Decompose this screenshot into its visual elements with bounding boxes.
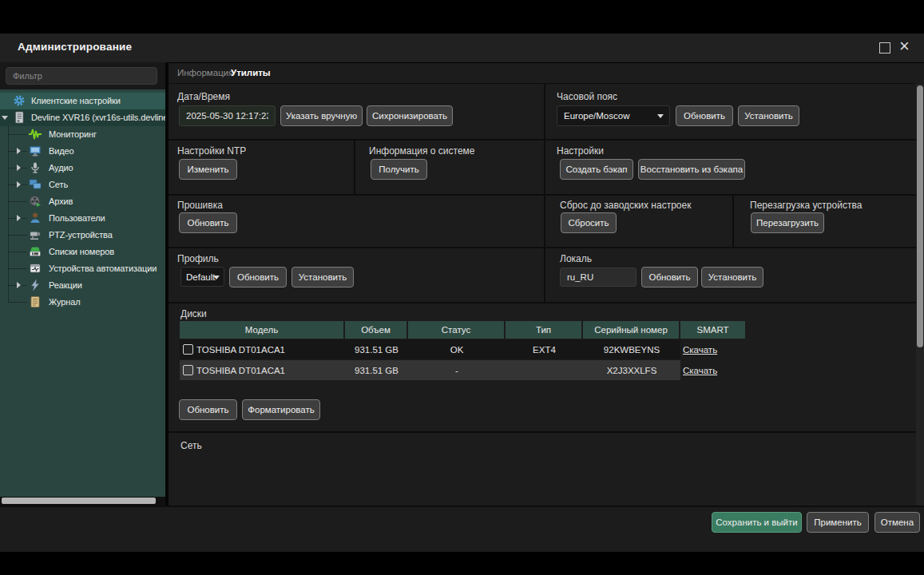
chevron-right-icon[interactable] <box>17 165 21 171</box>
tree-item-label: Архив <box>49 196 73 206</box>
monitor-icon <box>29 145 42 157</box>
tree-item-number-lists[interactable]: AC-1 Списки номеров <box>0 244 165 260</box>
type-cell <box>506 360 583 380</box>
datetime-input[interactable] <box>179 105 276 126</box>
chevron-right-icon[interactable] <box>17 215 21 221</box>
tree-item-users[interactable]: Пользователи <box>0 210 165 227</box>
footer-divider <box>0 506 924 507</box>
locale-refresh-button[interactable]: Обновить <box>641 267 698 288</box>
gear-icon <box>13 94 26 107</box>
restore-backup-button[interactable]: Восстановить из бэкапа <box>638 159 745 180</box>
section-divider <box>169 194 916 196</box>
section-divider <box>354 141 355 194</box>
model-cell: TOSHIBA DT01ACA1 <box>180 360 345 380</box>
cancel-button[interactable]: Отмена <box>874 512 920 533</box>
sysinfo-get-button[interactable]: Получить <box>371 159 427 180</box>
tree-item-label: Устройства автоматизации <box>49 264 157 273</box>
tabbar-divider <box>169 83 916 84</box>
tree-item-audio[interactable]: Аудио <box>0 160 165 176</box>
chevron-right-icon[interactable] <box>17 148 21 154</box>
tree-item-ptz-devices[interactable]: PTZ-устройства <box>0 227 165 244</box>
license-plate-icon: AC-1 <box>29 245 42 258</box>
disks-format-button[interactable]: Форматировать <box>242 399 320 420</box>
tree-item-archive[interactable]: Архив <box>0 193 165 210</box>
section-title-firmware: Прошивка <box>177 200 223 211</box>
device-tree: Клиентские настройки Devline XVR16 (xvr1… <box>0 89 165 497</box>
locale-input[interactable] <box>560 268 636 287</box>
tree-item-automation-devices[interactable]: Устройства автоматизации <box>0 260 165 277</box>
section-title-profile: Профиль <box>177 253 219 264</box>
disks-table: Модель Объем Статус Тип Серийный номер S… <box>180 321 745 380</box>
screen: Администрирование × Клиентские настройки… <box>0 0 924 575</box>
column-header-model: Модель <box>180 321 345 339</box>
serial-cell: 92KWBEYNS <box>583 339 680 359</box>
tree-item-network[interactable]: Сеть <box>0 176 165 193</box>
save-and-exit-button[interactable]: Сохранить и выйти <box>712 512 802 533</box>
disks-refresh-button[interactable]: Обновить <box>179 399 237 420</box>
smart-download-link[interactable]: Скачать <box>680 366 717 375</box>
tree-item-label: Мониторинг <box>49 129 97 139</box>
tree-item-client-settings[interactable]: Клиентские настройки <box>0 93 165 109</box>
tree-item-label: Журнал <box>49 297 81 307</box>
synchronize-button[interactable]: Сихронизировать <box>367 105 453 126</box>
main-scrollbar-thumb[interactable] <box>917 85 923 347</box>
column-header-serial: Серийный номер <box>583 321 680 339</box>
status-cell: - <box>408 360 506 380</box>
tree-item-reactions[interactable]: Реакции <box>0 277 165 294</box>
set-manually-button[interactable]: Указать вручную <box>280 105 363 126</box>
tree-item-label: PTZ-устройства <box>49 230 113 240</box>
smart-cell: Скачать <box>680 360 745 380</box>
tree-item-label: Сеть <box>49 180 68 189</box>
smart-download-link[interactable]: Скачать <box>680 345 717 355</box>
film-reel-icon <box>29 195 42 208</box>
ntp-edit-button[interactable]: Изменить <box>179 159 237 180</box>
timezone-value: Europe/Moscow <box>564 111 629 121</box>
profile-refresh-button[interactable]: Обновить <box>229 267 287 288</box>
tree-item-label: Реакции <box>49 280 82 290</box>
profile-value: Default <box>186 272 215 282</box>
table-row[interactable]: TOSHIBA DT01ACA1 931.51 GB OK EXT4 92KWB… <box>180 339 745 359</box>
sidebar-main-divider <box>165 62 169 506</box>
automation-icon <box>29 262 42 275</box>
type-cell: EXT4 <box>506 339 583 359</box>
maximize-icon[interactable] <box>879 42 890 54</box>
timezone-set-button[interactable]: Установить <box>738 105 799 126</box>
chevron-down-icon[interactable] <box>2 116 8 120</box>
section-title-ntp: Настройки NTP <box>177 145 246 157</box>
tree-item-label: Пользователи <box>49 213 105 223</box>
section-divider <box>732 196 734 247</box>
apply-button[interactable]: Применить <box>807 512 869 533</box>
section-title-timezone: Часовой пояс <box>557 91 617 102</box>
profile-set-button[interactable]: Установить <box>291 267 354 288</box>
reboot-button[interactable]: Перезагрузить <box>751 212 824 233</box>
chevron-right-icon[interactable] <box>17 181 21 188</box>
section-divider <box>169 139 916 141</box>
tab-information[interactable]: Информация <box>177 68 233 77</box>
tree-item-monitoring[interactable]: Мониторинг <box>0 126 165 143</box>
tab-utilities[interactable]: Утилиты <box>231 68 271 77</box>
tree-item-label: Аудио <box>49 163 73 172</box>
tree-item-device-root[interactable]: Devline XVR16 (xvr16s-utils.devline.tv) <box>0 109 165 126</box>
firmware-update-button[interactable]: Обновить <box>179 212 237 233</box>
profile-select[interactable]: Default <box>180 267 224 287</box>
network-icon <box>29 178 42 191</box>
locale-set-button[interactable]: Установить <box>701 267 763 288</box>
sidebar-scrollbar-thumb[interactable] <box>2 498 156 504</box>
timezone-select[interactable]: Europe/Moscow <box>557 105 670 126</box>
section-title-sysinfo: Информация о системе <box>369 145 474 157</box>
timezone-refresh-button[interactable]: Обновить <box>676 105 733 126</box>
create-backup-button[interactable]: Создать бэкап <box>560 159 633 180</box>
filter-input[interactable] <box>6 67 157 85</box>
disk-checkbox[interactable] <box>183 344 193 355</box>
table-row[interactable]: TOSHIBA DT01ACA1 931.51 GB - X2J3XXLFS С… <box>180 360 745 380</box>
column-header-size: Объем <box>345 321 408 339</box>
chevron-right-icon[interactable] <box>17 282 21 288</box>
tree-item-journal[interactable]: Журнал <box>0 294 165 311</box>
close-icon[interactable]: × <box>899 37 910 56</box>
section-title-reboot: Перезагрузка устройства <box>750 200 862 211</box>
section-divider <box>169 431 916 433</box>
disk-checkbox[interactable] <box>183 365 193 375</box>
factory-reset-button[interactable]: Сбросить <box>561 212 617 233</box>
tree-item-video[interactable]: Видео <box>0 143 165 160</box>
disk-model: TOSHIBA DT01ACA1 <box>196 366 285 375</box>
